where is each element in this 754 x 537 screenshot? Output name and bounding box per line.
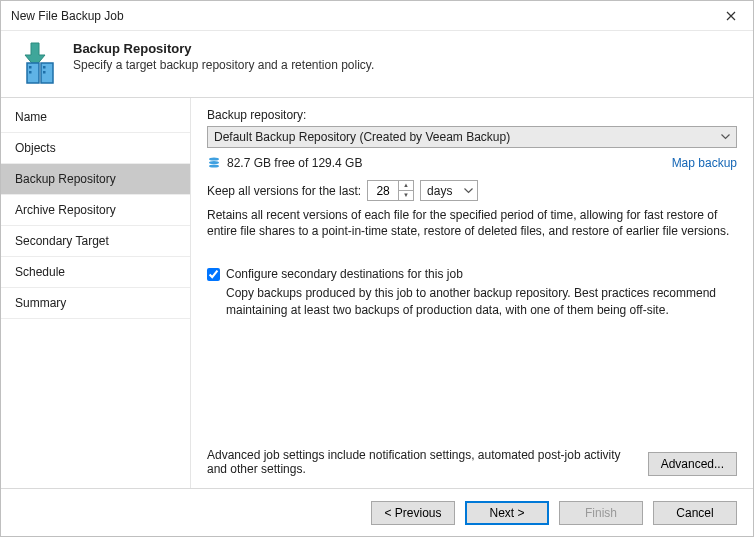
titlebar: New File Backup Job xyxy=(1,1,753,31)
repository-icon xyxy=(17,41,61,85)
header-title: Backup Repository xyxy=(73,41,374,56)
svg-rect-1 xyxy=(41,63,53,83)
wizard-steps: Name Objects Backup Repository Archive R… xyxy=(1,98,191,488)
wizard-body: Name Objects Backup Repository Archive R… xyxy=(1,98,753,488)
spinner-up-icon[interactable]: ▲ xyxy=(399,181,413,191)
wizard-window: New File Backup Job Backup Repository Sp… xyxy=(0,0,754,537)
repo-selected-value: Default Backup Repository (Created by Ve… xyxy=(214,130,510,144)
chevron-down-icon xyxy=(464,188,473,194)
step-name[interactable]: Name xyxy=(1,102,190,132)
storage-free-text: 82.7 GB free of 129.4 GB xyxy=(227,156,362,170)
secondary-destinations-label: Configure secondary destinations for thi… xyxy=(226,267,463,281)
retention-description: Retains all recent versions of each file… xyxy=(207,207,737,239)
repo-label: Backup repository: xyxy=(207,108,737,122)
spinner-down-icon[interactable]: ▼ xyxy=(399,191,413,201)
svg-point-7 xyxy=(209,161,219,164)
step-secondary-target[interactable]: Secondary Target xyxy=(1,226,190,256)
svg-rect-2 xyxy=(29,66,32,69)
wizard-content: Backup repository: Default Backup Reposi… xyxy=(191,98,753,488)
step-backup-repository[interactable]: Backup Repository xyxy=(1,164,190,194)
storage-icon xyxy=(207,156,221,170)
secondary-destinations-desc: Copy backups produced by this job to ano… xyxy=(226,285,737,317)
keep-unit-value: days xyxy=(427,184,452,198)
keep-label: Keep all versions for the last: xyxy=(207,184,361,198)
step-objects[interactable]: Objects xyxy=(1,133,190,163)
svg-rect-5 xyxy=(43,71,46,74)
svg-point-8 xyxy=(209,164,219,167)
secondary-destinations-checkbox[interactable] xyxy=(207,268,220,281)
keep-unit-select[interactable]: days xyxy=(420,180,478,201)
secondary-destinations-row[interactable]: Configure secondary destinations for thi… xyxy=(207,267,737,281)
chevron-down-icon xyxy=(721,134,730,140)
advanced-description: Advanced job settings include notificati… xyxy=(207,448,634,476)
svg-point-6 xyxy=(209,157,219,160)
advanced-button[interactable]: Advanced... xyxy=(648,452,737,476)
next-button[interactable]: Next > xyxy=(465,501,549,525)
cancel-button[interactable]: Cancel xyxy=(653,501,737,525)
step-summary[interactable]: Summary xyxy=(1,288,190,318)
step-schedule[interactable]: Schedule xyxy=(1,257,190,287)
svg-rect-0 xyxy=(27,63,39,83)
keep-value-input[interactable] xyxy=(368,181,398,200)
keep-value-spinner[interactable]: ▲ ▼ xyxy=(367,180,414,201)
previous-button[interactable]: < Previous xyxy=(371,501,455,525)
close-icon xyxy=(726,11,736,21)
svg-rect-4 xyxy=(43,66,46,69)
map-backup-link[interactable]: Map backup xyxy=(672,156,737,170)
repo-combobox[interactable]: Default Backup Repository (Created by Ve… xyxy=(207,126,737,148)
svg-rect-3 xyxy=(29,71,32,74)
wizard-footer: < Previous Next > Finish Cancel xyxy=(1,488,753,536)
window-title: New File Backup Job xyxy=(11,9,708,23)
wizard-header: Backup Repository Specify a target backu… xyxy=(1,31,753,98)
finish-button[interactable]: Finish xyxy=(559,501,643,525)
step-archive-repository[interactable]: Archive Repository xyxy=(1,195,190,225)
header-subtitle: Specify a target backup repository and a… xyxy=(73,58,374,72)
close-button[interactable] xyxy=(708,1,753,31)
